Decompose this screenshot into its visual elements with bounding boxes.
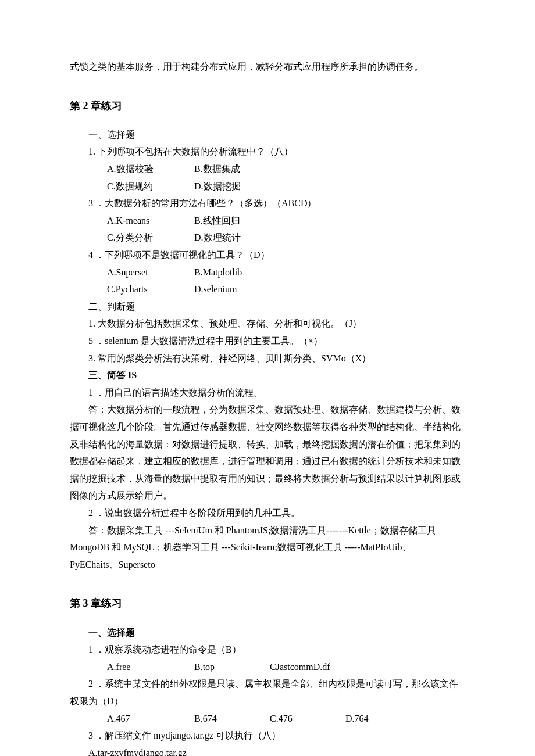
ch3-q1-opt-c: CJastcommD.df	[251, 658, 330, 676]
ch2-q1-opt-d: D.数据挖掘	[176, 178, 251, 195]
ch2-q3-opt-a: A.K-means	[88, 212, 176, 230]
ch2-q3-row1: A.K-meansB.线性回归	[70, 212, 465, 230]
ch3-q2-l1: 2 ．系统中某文件的组外权限是只读、属主权限是全部、组内权限是可读可写，那么该文…	[70, 675, 465, 693]
ch3-q1-text: 1 ．观察系统动态进程的命令是（B）	[70, 641, 465, 658]
ch2-q3-opt-d: D.数理统计	[176, 229, 251, 246]
chapter-3-heading: 第 3 章练习	[70, 594, 465, 613]
ch3-section-1-title: 一、选择题	[70, 624, 465, 642]
ch2-sa2-answer-l3: PyEChaits、Superseto	[70, 556, 465, 574]
ch2-q1-row1: A.数据校验B.数据集成	[70, 160, 465, 178]
ch3-q1-opt-a: A.free	[88, 658, 176, 676]
ch3-q1-options: A.freeB.topCJastcommD.df	[70, 658, 465, 676]
chapter-2-heading: 第 2 章练习	[70, 96, 465, 116]
ch3-q3-text: 3 ．解压缩文件 mydjango.tar.gz 可以执行（八）	[70, 727, 465, 744]
ch2-sa1-answer-l1: 答：大数据分析的一般流程，分为数据采集、数据预处理、数据存储、数据建模与分析、数	[70, 401, 465, 418]
ch2-q4-opt-b: B.Matplotlib	[176, 264, 251, 281]
ch2-sa2-question: 2 ．说出数据分析过程中各阶段所用到的几种工具。	[70, 504, 465, 522]
intro-tail-line: 式锁之类的基本服务，用于构建分布式应用，减轻分布式应用程序所承担的协调任务。	[70, 58, 465, 76]
ch2-q3-opt-c: C.分类分析	[88, 229, 176, 246]
ch2-q4-text: 4 ．下列哪项不是数据可视化的工具？（D）	[70, 246, 465, 264]
ch2-q3-row2: C.分类分析D.数理统计	[70, 229, 465, 246]
ch2-sa1-answer-l5: 据的挖掘技术，从海量的数据中提取有用的知识；最终将大数据分析与预测结果以计算机图…	[70, 470, 465, 488]
ch2-q1-text: 1. 下列哪项不包括在大数据的分析流程中？（八）	[70, 143, 465, 160]
ch2-tf3: 3. 常用的聚类分析法有决策树、神经网络、贝叶斯分类、SVMo（X）	[70, 350, 465, 367]
ch2-q4-row1: A.SupersetB.Matplotlib	[70, 264, 465, 281]
ch2-section-1-title: 一、选择题	[70, 126, 465, 144]
ch2-section-2-title: 二、判断题	[70, 298, 465, 316]
ch2-sa1-answer-l3: 及非结构化的海量数据：对数据进行提取、转换、加载，最终挖掘数据的潜在价值；把采集…	[70, 436, 465, 453]
ch2-q4-row2: C.PychartsD.selenium	[70, 281, 465, 298]
ch2-q3-opt-b: B.线性回归	[176, 212, 251, 230]
ch2-sa1-answer-l4: 数据都存储起来，建立相应的数据库，进行管理和调用；通过已有数据的统计分析技术和未…	[70, 453, 465, 470]
document-page: 式锁之类的基本服务，用于构建分布式应用，减轻分布式应用程序所承担的协调任务。 第…	[0, 0, 535, 756]
ch2-q1-opt-a: A.数据校验	[88, 160, 176, 178]
ch3-q2-options: A.467B.674C.476D.764	[70, 710, 465, 728]
ch2-q1-row2: C.数据规约D.数据挖掘	[70, 178, 465, 195]
ch3-q3-opt-a: A.tar-zxvfmydjango.tar.gz	[70, 744, 465, 756]
ch2-sa2-answer-l1: 答：数据采集工具 ---SeIeniUm 和 PhantomJS;数据清洗工具-…	[70, 522, 465, 539]
ch2-tf5: 5 ．selenium 是大数据清洗过程中用到的主要工具。（×）	[70, 332, 465, 350]
ch3-q2-l2: 权限为（D）	[70, 693, 465, 710]
ch2-tf1: 1. 大数据分析包括数据采集、预处理、存储、分析和可视化。（J）	[70, 315, 465, 332]
ch2-sa1-question: 1 ．用自己的语言描述大数据分析的流程。	[70, 384, 465, 402]
ch2-q4-opt-c: C.Pycharts	[88, 281, 176, 298]
ch2-sa1-answer-l2: 据可视化这几个阶段。首先通过传感器数据、社交网络数据等获得各种类型的结构化、半结…	[70, 418, 465, 436]
ch3-q2-opt-b: B.674	[176, 710, 251, 728]
ch2-sa2-answer-l2: MongoDB 和 MySQL；机器学习工具 ---Scikit-Iearn;数…	[70, 539, 465, 556]
ch2-q4-opt-d: D.selenium	[176, 281, 251, 298]
ch3-q2-opt-a: A.467	[88, 710, 176, 728]
ch2-sa1-answer-l6: 图像的方式展示给用户。	[70, 487, 465, 504]
ch2-q1-opt-c: C.数据规约	[88, 178, 176, 195]
ch2-q1-opt-b: B.数据集成	[176, 160, 251, 178]
ch2-section-3-title: 三、简答 IS	[70, 367, 465, 384]
ch2-q3-text: 3 ．大数据分析的常用方法有哪些？（多选）（ABCD）	[70, 195, 465, 212]
ch2-q4-opt-a: A.Superset	[88, 264, 176, 281]
ch3-q1-opt-b: B.top	[176, 658, 251, 676]
ch3-q2-opt-d: D.764	[327, 710, 369, 728]
ch3-q2-opt-c: C.476	[251, 710, 327, 728]
